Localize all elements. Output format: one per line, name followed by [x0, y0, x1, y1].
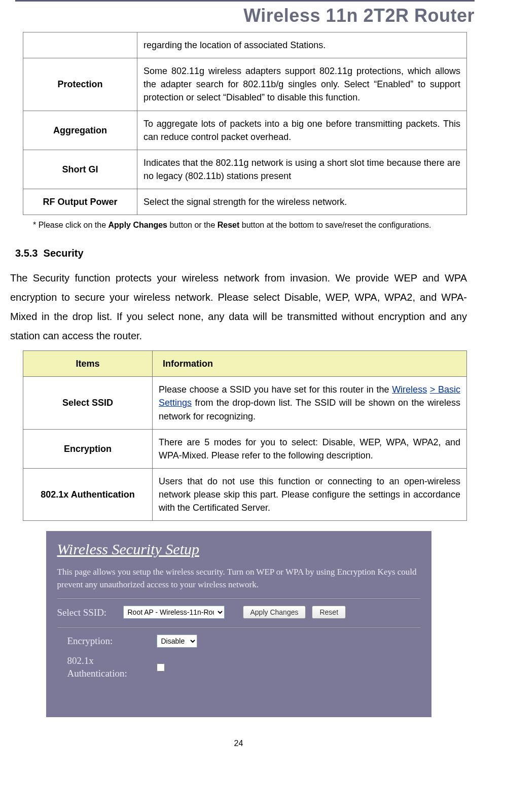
- cell-desc: regarding the location of associated Sta…: [137, 32, 467, 58]
- label-8021x: 802.1x Authentication:: [67, 655, 138, 680]
- select-ssid-dropdown[interactable]: Root AP - Wireless-11n-Router: [123, 606, 225, 619]
- cell-label: Encryption: [23, 429, 153, 468]
- footnote-text: button or the: [167, 221, 218, 229]
- reset-button[interactable]: Reset: [312, 606, 346, 619]
- section-title: Security: [44, 248, 84, 259]
- cell-desc: Please choose a SSID you have set for th…: [153, 377, 467, 429]
- divider: [57, 597, 420, 598]
- cell-label: 802.1x Authentication: [23, 468, 153, 520]
- text: Please choose a SSID you have set for th…: [159, 384, 392, 395]
- link-wireless[interactable]: Wireless: [392, 384, 427, 395]
- divider: [57, 626, 420, 627]
- footnote: * Please click on the Apply Changes butt…: [33, 219, 467, 231]
- page-number: 24: [10, 737, 467, 749]
- encryption-dropdown[interactable]: Disable: [157, 634, 197, 648]
- cell-label: Protection: [23, 58, 137, 111]
- definitions-table-2: Items Information Select SSID Please cho…: [23, 350, 467, 521]
- cell-desc: Some 802.11g wireless adapters support 8…: [137, 58, 467, 111]
- cell-label: Aggregation: [23, 111, 137, 150]
- cell-desc: Select the signal strength for the wirel…: [137, 189, 467, 215]
- label-8021x-line2: Authentication:: [67, 668, 127, 679]
- router-ui-screenshot: Wireless Security Setup This page allows…: [46, 531, 431, 717]
- panel-description: This page allows you setup the wireless …: [57, 566, 420, 591]
- section-number: 3.5.3: [15, 248, 38, 259]
- cell-label: [23, 32, 137, 58]
- text: from the drop-down list. The SSID will b…: [159, 398, 460, 421]
- document-title: Wireless 11n 2T2R Router: [243, 3, 475, 29]
- page-header: Wireless 11n 2T2R Router: [0, 3, 505, 32]
- cell-label: Short GI: [23, 150, 137, 189]
- table-header-items: Items: [23, 351, 153, 377]
- label-8021x-line1: 802.1x: [67, 655, 94, 666]
- cell-label: Select SSID: [23, 377, 153, 429]
- section-heading: 3.5.3 Security: [15, 246, 467, 261]
- cell-label: RF Output Power: [23, 189, 137, 215]
- footnote-bold: Apply Changes: [109, 221, 167, 229]
- cell-desc: There are 5 modes for you to select: Dis…: [153, 429, 467, 468]
- footnote-bold: Reset: [218, 221, 240, 229]
- label-encryption: Encryption:: [67, 635, 138, 648]
- label-select-ssid: Select SSID:: [57, 606, 123, 620]
- apply-changes-button[interactable]: Apply Changes: [243, 606, 306, 619]
- header-rule: [15, 0, 475, 2]
- cell-desc: To aggregate lots of packets into a big …: [137, 111, 467, 150]
- cell-desc: Indicates that the 802.11g network is us…: [137, 150, 467, 189]
- section-body: The Security function protects your wire…: [10, 268, 467, 345]
- cell-desc: Users that do not use this function or c…: [153, 468, 467, 520]
- footnote-text: button at the bottom to save/reset the c…: [239, 221, 431, 229]
- row-8021x: 802.1x Authentication:: [67, 655, 420, 680]
- table-header-info: Information: [153, 351, 467, 377]
- row-encryption: Encryption: Disable: [67, 634, 420, 648]
- definitions-table-1: regarding the location of associated Sta…: [23, 32, 467, 215]
- footnote-text: * Please click on the: [33, 221, 109, 229]
- 8021x-auth-checkbox[interactable]: [157, 663, 165, 672]
- panel-title: Wireless Security Setup: [57, 538, 420, 560]
- row-select-ssid: Select SSID: Root AP - Wireless-11n-Rout…: [57, 606, 420, 620]
